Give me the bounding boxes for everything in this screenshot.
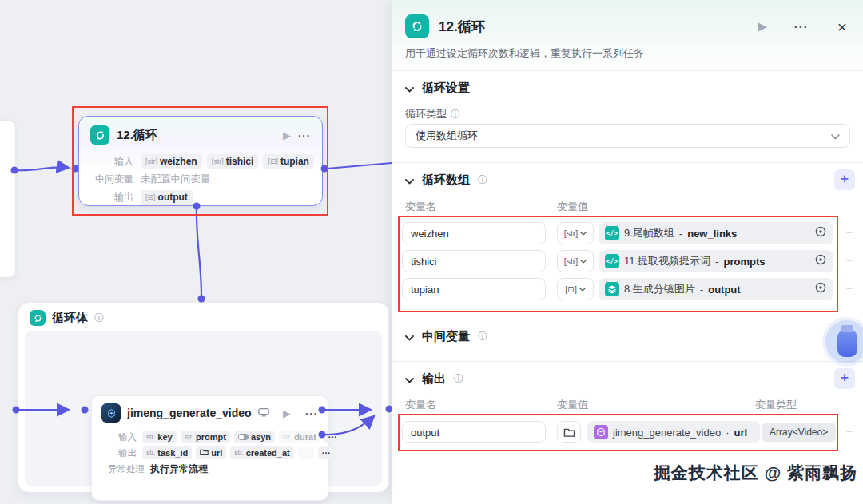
divider [392, 70, 863, 71]
variable-name-input[interactable] [402, 250, 546, 272]
chevron-down-icon [579, 288, 586, 292]
device-badge-icon [258, 406, 276, 420]
loop-icon [30, 310, 46, 326]
input-chip: [str]weizhen [141, 154, 202, 169]
variable-value-ref[interactable]: </> 9.尾帧数组 - new_links [599, 222, 833, 244]
info-icon[interactable]: ⓘ [454, 372, 463, 386]
loop-body-title: 循环体 [52, 311, 88, 326]
remove-row-button[interactable]: − [843, 253, 856, 268]
variable-value-ref[interactable]: 8.生成分镜图片 - output [599, 278, 833, 300]
remove-row-button[interactable]: − [843, 281, 856, 296]
node-title: jimeng_generate_video [127, 407, 252, 419]
remove-row-button[interactable]: − [843, 424, 856, 439]
layers-icon [605, 282, 619, 296]
chevron-down-icon[interactable] [405, 372, 414, 387]
workflow-editor: 12.循环 ▶ ··· 输入 [str]weizhen [str]tishici… [0, 0, 863, 504]
remove-row-button[interactable]: − [843, 225, 856, 240]
node-title: 12.循环 [117, 128, 276, 143]
panel-title: 12.循环 [439, 18, 748, 36]
section-loop-settings[interactable]: 循环设置 [405, 81, 470, 96]
variable-value-ref[interactable]: </> 11.提取视频提示词 - prompts [599, 250, 833, 272]
target-icon[interactable] [814, 281, 827, 297]
target-icon[interactable] [814, 225, 827, 241]
canvas-loop-node[interactable]: 12.循环 ▶ ··· 输入 [str]weizhen [str]tishici… [78, 116, 323, 206]
input-chip: int.durat [279, 431, 320, 443]
panel-header: 12.循环 ▶ ··· × 用于通过设定循环次数和逻辑，重复执行一系列任务 [392, 0, 863, 70]
loop-body-container[interactable]: 循环体 ⓘ jimeng_generate_video ▶ · [18, 302, 389, 493]
code-icon: </> [605, 226, 619, 240]
section-loop-array[interactable]: 循环数组 ⓘ [405, 173, 487, 188]
loop-body-inner: jimeng_generate_video ▶ ··· 输入 str.key [25, 331, 382, 486]
node-input-label: 输入 [84, 155, 133, 169]
node-config-panel: 12.循环 ▶ ··· × 用于通过设定循环次数和逻辑，重复执行一系列任务 循环… [392, 0, 863, 504]
target-icon[interactable] [814, 253, 827, 269]
type-selector[interactable]: [str] [557, 250, 594, 272]
node-output-label: 输出 [84, 191, 133, 204]
code-icon: </> [605, 254, 619, 268]
node-mid-label: 中间变量 [84, 173, 133, 186]
more-chip[interactable]: ··· [324, 431, 341, 443]
panel-subtitle: 用于通过设定循环次数和逻辑，重复执行一系列任务 [392, 38, 863, 61]
toggle-icon [238, 432, 249, 442]
variable-name-input[interactable] [402, 222, 546, 244]
variable-value-ref[interactable]: jimeng_generate_video · url [587, 421, 760, 443]
node-input-label: 输入 [95, 431, 137, 443]
output-chip: [⊟]output [141, 190, 193, 204]
cube-icon [594, 425, 608, 439]
node-error-label: 异常处理 [95, 463, 145, 475]
input-chip: str.key [142, 431, 177, 443]
variable-name-input[interactable] [402, 421, 546, 443]
variable-name-input[interactable] [402, 278, 546, 300]
input-chip: [str]tishici [207, 154, 259, 169]
loop-icon [405, 14, 429, 38]
output-chip: url [196, 446, 226, 459]
output-chip [298, 447, 314, 459]
output-chip: str.created_at [230, 446, 293, 459]
chevron-down-icon[interactable] [405, 330, 414, 344]
node-run-icon[interactable]: ▶ [283, 130, 291, 141]
section-output[interactable]: 输出 ⓘ [405, 371, 463, 387]
variable-type-badge: Array<Video> [762, 423, 836, 442]
chevron-down-icon[interactable] [405, 173, 414, 188]
loop-array-row: [⊡] 8.生成分镜图片 - output − [402, 278, 863, 300]
add-output-button[interactable]: + [834, 368, 855, 389]
workflow-canvas[interactable]: 12.循环 ▶ ··· 输入 [str]weizhen [str]tishici… [0, 0, 392, 504]
loop-array-row: [str] </> 9.尾帧数组 - new_links − [402, 222, 863, 244]
usb-cursor-icon [825, 319, 863, 365]
info-icon[interactable]: ⓘ [94, 312, 104, 325]
more-chip[interactable]: ··· [318, 446, 335, 459]
chevron-down-icon [580, 260, 587, 264]
info-icon[interactable]: ⓘ [478, 173, 487, 187]
jimeng-node[interactable]: jimeng_generate_video ▶ ··· 输入 str.key [91, 395, 328, 501]
input-chip: asyn [234, 431, 275, 443]
input-chip: [⊡]tupian [263, 154, 314, 169]
info-icon[interactable]: ⓘ [451, 108, 460, 121]
loop-type-label: 循环类型ⓘ [405, 107, 460, 121]
divider [392, 319, 863, 319]
node-mid-empty-text: 未配置中间变量 [141, 173, 211, 186]
close-icon[interactable]: × [837, 18, 847, 35]
chevron-down-icon[interactable] [405, 81, 414, 96]
jimeng-plugin-icon [101, 403, 121, 423]
node-run-icon[interactable]: ▶ [283, 408, 291, 419]
section-intermediate-vars[interactable]: 中间变量 ⓘ [405, 329, 487, 344]
loop-type-select[interactable]: 使用数组循环 [405, 124, 850, 148]
folder-icon[interactable] [557, 421, 581, 443]
type-selector[interactable]: [⊡] [557, 278, 594, 300]
chevron-down-icon [831, 130, 840, 142]
divider [392, 361, 863, 362]
info-icon[interactable]: ⓘ [478, 330, 487, 343]
panel-more-icon[interactable]: ··· [794, 20, 809, 34]
output-chip: str.task_id [142, 446, 192, 459]
run-node-button[interactable]: ▶ [758, 19, 767, 34]
node-more-icon[interactable]: ··· [298, 129, 311, 141]
divider [392, 162, 863, 163]
offscreen-node-card[interactable] [0, 120, 16, 278]
output-row: jimeng_generate_video · url Array<Video>… [402, 421, 863, 443]
input-chip: str.prompt [181, 431, 230, 443]
type-selector[interactable]: [str] [557, 222, 594, 244]
folder-icon [200, 448, 209, 458]
node-more-icon[interactable]: ··· [305, 407, 318, 419]
add-loop-array-button[interactable]: + [834, 169, 855, 190]
watermark-text: 掘金技术社区 @ 紫雨飘扬 [654, 462, 857, 484]
